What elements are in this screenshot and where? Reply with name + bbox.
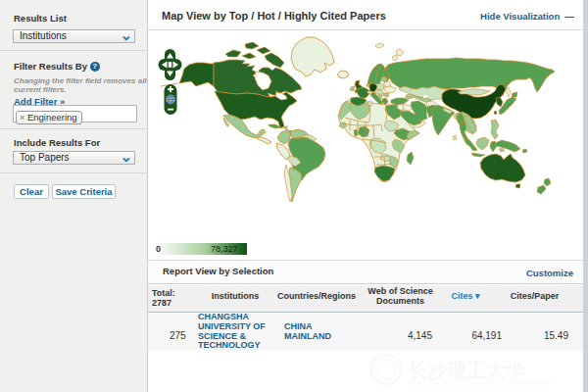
svg-text:CHANGSHA UNIVERSITY OF SCIENCE: CHANGSHA UNIVERSITY OF SCIENCE & TECHNOL… [408, 380, 551, 386]
svg-text:长沙理工大学: 长沙理工大学 [407, 360, 525, 381]
